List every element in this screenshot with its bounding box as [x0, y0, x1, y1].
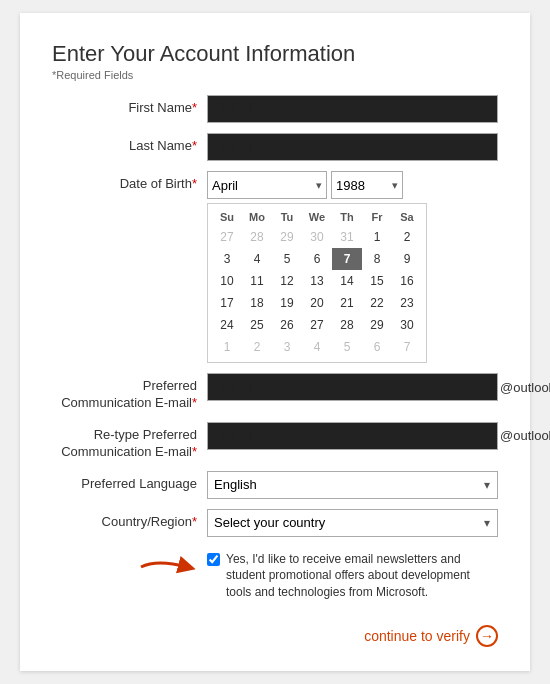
year-select[interactable]: 1988	[331, 171, 403, 199]
calendar-day[interactable]: 1	[362, 226, 392, 248]
page-title: Enter Your Account Information	[52, 41, 498, 67]
country-select-wrapper: Select your country United States United…	[207, 509, 498, 537]
continue-label: continue to verify	[364, 628, 470, 644]
calendar-day[interactable]: 16	[392, 270, 422, 292]
calendar-day[interactable]: 22	[362, 292, 392, 314]
language-label: Preferred Language	[52, 471, 207, 493]
calendar-day[interactable]: 25	[242, 314, 272, 336]
country-select[interactable]: Select your country United States United…	[207, 509, 498, 537]
cal-header-cell: We	[302, 208, 332, 226]
cal-header-cell: Sa	[392, 208, 422, 226]
calendar-day[interactable]: 8	[362, 248, 392, 270]
newsletter-checkbox[interactable]	[207, 553, 220, 566]
cal-header-cell: Tu	[272, 208, 302, 226]
retype-email-row: Re-type Preferred Communication E-mail* …	[52, 422, 498, 461]
calendar-day[interactable]: 5	[272, 248, 302, 270]
language-select[interactable]: English Spanish French German Chinese	[207, 471, 498, 499]
calendar-day[interactable]: 23	[392, 292, 422, 314]
calendar-day[interactable]: 14	[332, 270, 362, 292]
calendar-day[interactable]: 6	[302, 248, 332, 270]
calendar-header: SuMoTuWeThFrSa	[212, 208, 422, 226]
retype-email-domain: @outlook.com	[498, 428, 550, 443]
continue-icon: →	[476, 625, 498, 647]
calendar-day[interactable]: 26	[272, 314, 302, 336]
calendar-day[interactable]: 29	[272, 226, 302, 248]
country-row: Country/Region* Select your country Unit…	[52, 509, 498, 537]
calendar-day[interactable]: 9	[392, 248, 422, 270]
arrow-icon	[137, 553, 197, 581]
calendar-day[interactable]: 29	[362, 314, 392, 336]
retype-email-label: Re-type Preferred Communication E-mail*	[52, 422, 207, 461]
retype-email-prefix-input[interactable]	[207, 422, 498, 450]
calendar-day[interactable]: 30	[302, 226, 332, 248]
email-row: Preferred Communication E-mail* @outlook…	[52, 373, 498, 412]
calendar-day[interactable]: 4	[302, 336, 332, 358]
first-name-label: First Name*	[52, 95, 207, 117]
cal-header-cell: Th	[332, 208, 362, 226]
email-label: Preferred Communication E-mail*	[52, 373, 207, 412]
calendar-day[interactable]: 17	[212, 292, 242, 314]
calendar-day[interactable]: 21	[332, 292, 362, 314]
calendar-day[interactable]: 6	[362, 336, 392, 358]
language-select-wrapper: English Spanish French German Chinese	[207, 471, 498, 499]
calendar-day[interactable]: 7	[332, 248, 362, 270]
calendar-day[interactable]: 10	[212, 270, 242, 292]
month-select-wrapper: January February March April May June Ju…	[207, 171, 327, 199]
required-fields-note: *Required Fields	[52, 69, 498, 81]
cal-header-cell: Fr	[362, 208, 392, 226]
calendar-day[interactable]: 2	[242, 336, 272, 358]
cal-header-cell: Su	[212, 208, 242, 226]
last-name-label: Last Name*	[52, 133, 207, 155]
month-select[interactable]: January February March April May June Ju…	[207, 171, 327, 199]
language-row: Preferred Language English Spanish Frenc…	[52, 471, 498, 499]
calendar-day[interactable]: 19	[272, 292, 302, 314]
first-name-row: First Name*	[52, 95, 498, 123]
calendar-day[interactable]: 11	[242, 270, 272, 292]
calendar: SuMoTuWeThFrSa 2728293031123456789101112…	[207, 203, 427, 363]
account-form-card: Enter Your Account Information *Required…	[20, 13, 530, 671]
footer-row: continue to verify →	[52, 617, 498, 647]
calendar-day[interactable]: 28	[242, 226, 272, 248]
calendar-day[interactable]: 4	[242, 248, 272, 270]
calendar-day[interactable]: 3	[212, 248, 242, 270]
calendar-day[interactable]: 20	[302, 292, 332, 314]
calendar-day[interactable]: 3	[272, 336, 302, 358]
country-label: Country/Region*	[52, 509, 207, 531]
last-name-input[interactable]	[207, 133, 498, 161]
dob-controls: January February March April May June Ju…	[207, 171, 427, 363]
last-name-row: Last Name*	[52, 133, 498, 161]
calendar-day[interactable]: 1	[212, 336, 242, 358]
calendar-day[interactable]: 30	[392, 314, 422, 336]
calendar-day[interactable]: 27	[212, 226, 242, 248]
dob-row: Date of Birth* January February March Ap…	[52, 171, 498, 363]
year-select-wrapper: 1988	[331, 171, 403, 199]
newsletter-label: Yes, I'd like to receive email newslette…	[226, 551, 498, 601]
calendar-day[interactable]: 18	[242, 292, 272, 314]
calendar-day[interactable]: 2	[392, 226, 422, 248]
calendar-day[interactable]: 31	[332, 226, 362, 248]
calendar-day[interactable]: 27	[302, 314, 332, 336]
email-prefix-input[interactable]	[207, 373, 498, 401]
calendar-day[interactable]: 12	[272, 270, 302, 292]
calendar-day[interactable]: 24	[212, 314, 242, 336]
newsletter-section: Yes, I'd like to receive email newslette…	[52, 551, 498, 601]
dob-label: Date of Birth*	[52, 171, 207, 193]
first-name-input[interactable]	[207, 95, 498, 123]
calendar-body[interactable]: 2728293031123456789101112131415161718192…	[212, 226, 422, 358]
calendar-day[interactable]: 15	[362, 270, 392, 292]
calendar-day[interactable]: 28	[332, 314, 362, 336]
calendar-day[interactable]: 5	[332, 336, 362, 358]
email-domain: @outlook.com	[498, 380, 550, 395]
calendar-day[interactable]: 7	[392, 336, 422, 358]
continue-link[interactable]: continue to verify →	[364, 625, 498, 647]
cal-header-cell: Mo	[242, 208, 272, 226]
calendar-day[interactable]: 13	[302, 270, 332, 292]
